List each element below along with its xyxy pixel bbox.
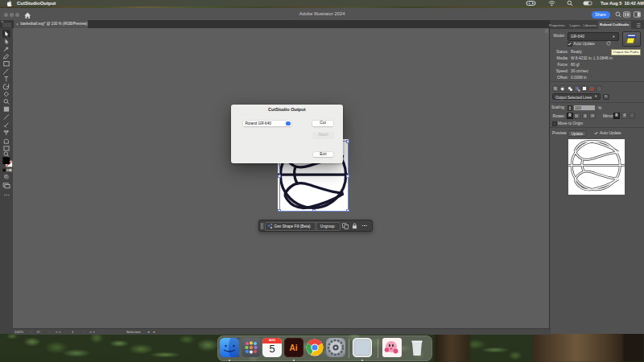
svg-text:R: R	[583, 113, 586, 117]
svg-text:R: R	[590, 114, 594, 117]
svg-text:R: R	[630, 114, 634, 118]
svg-text:R: R	[622, 114, 625, 118]
svg-text:R: R	[575, 114, 579, 117]
